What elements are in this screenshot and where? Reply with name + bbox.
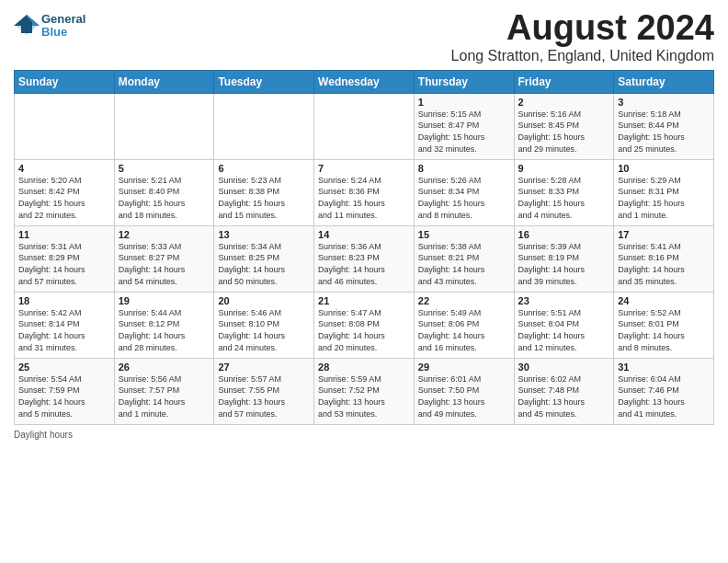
- day-number: 29: [418, 362, 510, 373]
- calendar-cell: 18Sunrise: 5:42 AMSunset: 8:14 PMDayligh…: [15, 292, 115, 358]
- day-number: 30: [518, 362, 610, 373]
- calendar-week-row: 4Sunrise: 5:20 AMSunset: 8:42 PMDaylight…: [15, 159, 714, 225]
- day-info: Sunrise: 5:54 AMSunset: 7:59 PMDaylight:…: [18, 373, 110, 419]
- calendar-cell: 6Sunrise: 5:23 AMSunset: 8:38 PMDaylight…: [214, 159, 314, 225]
- day-number: 25: [18, 362, 110, 373]
- calendar-cell: 10Sunrise: 5:29 AMSunset: 8:31 PMDayligh…: [614, 159, 714, 225]
- month-title: August 2024: [451, 9, 714, 48]
- day-number: 4: [18, 163, 110, 174]
- calendar-cell: 31Sunrise: 6:04 AMSunset: 7:46 PMDayligh…: [614, 358, 714, 424]
- page: General Blue August 2024 Long Stratton, …: [0, 0, 728, 449]
- calendar-cell: 24Sunrise: 5:52 AMSunset: 8:01 PMDayligh…: [614, 292, 714, 358]
- title-block: August 2024 Long Stratton, England, Unit…: [451, 9, 714, 64]
- day-number: 28: [318, 362, 410, 373]
- day-number: 20: [218, 295, 310, 306]
- day-info: Sunrise: 5:42 AMSunset: 8:14 PMDaylight:…: [18, 307, 110, 353]
- calendar-cell: 13Sunrise: 5:34 AMSunset: 8:25 PMDayligh…: [214, 225, 314, 292]
- day-number: 3: [618, 97, 710, 108]
- day-info: Sunrise: 6:04 AMSunset: 7:46 PMDaylight:…: [618, 373, 710, 419]
- calendar-cell: 9Sunrise: 5:28 AMSunset: 8:33 PMDaylight…: [514, 159, 614, 225]
- day-number: 1: [418, 97, 510, 108]
- day-number: 22: [418, 295, 510, 306]
- calendar-cell: 11Sunrise: 5:31 AMSunset: 8:29 PMDayligh…: [15, 225, 115, 292]
- day-info: Sunrise: 5:49 AMSunset: 8:06 PMDaylight:…: [418, 307, 510, 353]
- calendar-day-header: Saturday: [614, 70, 714, 93]
- day-info: Sunrise: 5:56 AMSunset: 7:57 PMDaylight:…: [119, 373, 210, 419]
- day-info: Sunrise: 5:29 AMSunset: 8:31 PMDaylight:…: [618, 175, 710, 221]
- logo-text: General Blue: [41, 13, 85, 40]
- calendar-cell: 28Sunrise: 5:59 AMSunset: 7:52 PMDayligh…: [314, 358, 415, 424]
- calendar-cell: 17Sunrise: 5:41 AMSunset: 8:16 PMDayligh…: [614, 225, 714, 292]
- day-number: 11: [18, 229, 110, 240]
- day-info: Sunrise: 5:26 AMSunset: 8:34 PMDaylight:…: [418, 175, 510, 221]
- day-number: 13: [218, 229, 310, 240]
- day-info: Sunrise: 5:20 AMSunset: 8:42 PMDaylight:…: [18, 175, 110, 221]
- calendar-cell: 1Sunrise: 5:15 AMSunset: 8:47 PMDaylight…: [414, 93, 514, 159]
- footer: Daylight hours: [14, 430, 714, 440]
- calendar-cell: 16Sunrise: 5:39 AMSunset: 8:19 PMDayligh…: [514, 225, 614, 292]
- day-number: 24: [618, 295, 710, 306]
- calendar-cell: 22Sunrise: 5:49 AMSunset: 8:06 PMDayligh…: [414, 292, 514, 358]
- calendar-cell: 20Sunrise: 5:46 AMSunset: 8:10 PMDayligh…: [214, 292, 314, 358]
- logo: General Blue: [14, 13, 85, 40]
- day-info: Sunrise: 5:23 AMSunset: 8:38 PMDaylight:…: [218, 175, 310, 221]
- calendar-cell: [15, 93, 115, 159]
- calendar-day-header: Thursday: [414, 70, 514, 93]
- day-info: Sunrise: 5:24 AMSunset: 8:36 PMDaylight:…: [318, 175, 410, 221]
- day-info: Sunrise: 5:38 AMSunset: 8:21 PMDaylight:…: [418, 241, 510, 287]
- calendar-cell: 19Sunrise: 5:44 AMSunset: 8:12 PMDayligh…: [114, 292, 214, 358]
- calendar-day-header: Monday: [114, 70, 214, 93]
- day-number: 2: [518, 97, 610, 108]
- day-number: 15: [418, 229, 510, 240]
- day-info: Sunrise: 5:33 AMSunset: 8:27 PMDaylight:…: [119, 241, 210, 287]
- day-info: Sunrise: 5:15 AMSunset: 8:47 PMDaylight:…: [418, 109, 510, 155]
- calendar-cell: 29Sunrise: 6:01 AMSunset: 7:50 PMDayligh…: [414, 358, 514, 424]
- day-info: Sunrise: 5:46 AMSunset: 8:10 PMDaylight:…: [218, 307, 310, 353]
- calendar-cell: 30Sunrise: 6:02 AMSunset: 7:48 PMDayligh…: [514, 358, 614, 424]
- header: General Blue August 2024 Long Stratton, …: [14, 9, 714, 64]
- day-info: Sunrise: 5:21 AMSunset: 8:40 PMDaylight:…: [119, 175, 210, 221]
- calendar-day-header: Friday: [514, 70, 614, 93]
- day-info: Sunrise: 5:51 AMSunset: 8:04 PMDaylight:…: [518, 307, 610, 353]
- calendar-cell: 4Sunrise: 5:20 AMSunset: 8:42 PMDaylight…: [15, 159, 115, 225]
- day-info: Sunrise: 5:52 AMSunset: 8:01 PMDaylight:…: [618, 307, 710, 353]
- calendar-cell: 21Sunrise: 5:47 AMSunset: 8:08 PMDayligh…: [314, 292, 415, 358]
- calendar-cell: 12Sunrise: 5:33 AMSunset: 8:27 PMDayligh…: [114, 225, 214, 292]
- day-number: 10: [618, 163, 710, 174]
- day-info: Sunrise: 5:28 AMSunset: 8:33 PMDaylight:…: [518, 175, 610, 221]
- day-number: 18: [18, 295, 110, 306]
- day-number: 5: [119, 163, 210, 174]
- day-info: Sunrise: 5:57 AMSunset: 7:55 PMDaylight:…: [218, 373, 310, 419]
- day-info: Sunrise: 6:02 AMSunset: 7:48 PMDaylight:…: [518, 373, 610, 419]
- day-number: 6: [218, 163, 310, 174]
- calendar-cell: 25Sunrise: 5:54 AMSunset: 7:59 PMDayligh…: [15, 358, 115, 424]
- day-info: Sunrise: 5:34 AMSunset: 8:25 PMDaylight:…: [218, 241, 310, 287]
- day-number: 21: [318, 295, 410, 306]
- calendar-header-row: SundayMondayTuesdayWednesdayThursdayFrid…: [15, 70, 714, 93]
- calendar-cell: 15Sunrise: 5:38 AMSunset: 8:21 PMDayligh…: [414, 225, 514, 292]
- day-info: Sunrise: 6:01 AMSunset: 7:50 PMDaylight:…: [418, 373, 510, 419]
- day-number: 23: [518, 295, 610, 306]
- day-number: 9: [518, 163, 610, 174]
- daylight-label: Daylight hours: [14, 430, 73, 440]
- calendar-cell: 26Sunrise: 5:56 AMSunset: 7:57 PMDayligh…: [114, 358, 214, 424]
- calendar-table: SundayMondayTuesdayWednesdayThursdayFrid…: [14, 70, 714, 425]
- day-info: Sunrise: 5:39 AMSunset: 8:19 PMDaylight:…: [518, 241, 610, 287]
- calendar-cell: 5Sunrise: 5:21 AMSunset: 8:40 PMDaylight…: [114, 159, 214, 225]
- day-number: 8: [418, 163, 510, 174]
- day-info: Sunrise: 5:44 AMSunset: 8:12 PMDaylight:…: [119, 307, 210, 353]
- day-number: 26: [119, 362, 210, 373]
- calendar-week-row: 1Sunrise: 5:15 AMSunset: 8:47 PMDaylight…: [15, 93, 714, 159]
- calendar-week-row: 25Sunrise: 5:54 AMSunset: 7:59 PMDayligh…: [15, 358, 714, 424]
- day-number: 27: [218, 362, 310, 373]
- calendar-cell: 8Sunrise: 5:26 AMSunset: 8:34 PMDaylight…: [414, 159, 514, 225]
- day-number: 16: [518, 229, 610, 240]
- calendar-cell: [214, 93, 314, 159]
- calendar-day-header: Wednesday: [314, 70, 415, 93]
- calendar-cell: 3Sunrise: 5:18 AMSunset: 8:44 PMDaylight…: [614, 93, 714, 159]
- calendar-day-header: Tuesday: [214, 70, 314, 93]
- calendar-cell: 23Sunrise: 5:51 AMSunset: 8:04 PMDayligh…: [514, 292, 614, 358]
- day-info: Sunrise: 5:59 AMSunset: 7:52 PMDaylight:…: [318, 373, 410, 419]
- day-info: Sunrise: 5:18 AMSunset: 8:44 PMDaylight:…: [618, 109, 710, 155]
- calendar-cell: [314, 93, 415, 159]
